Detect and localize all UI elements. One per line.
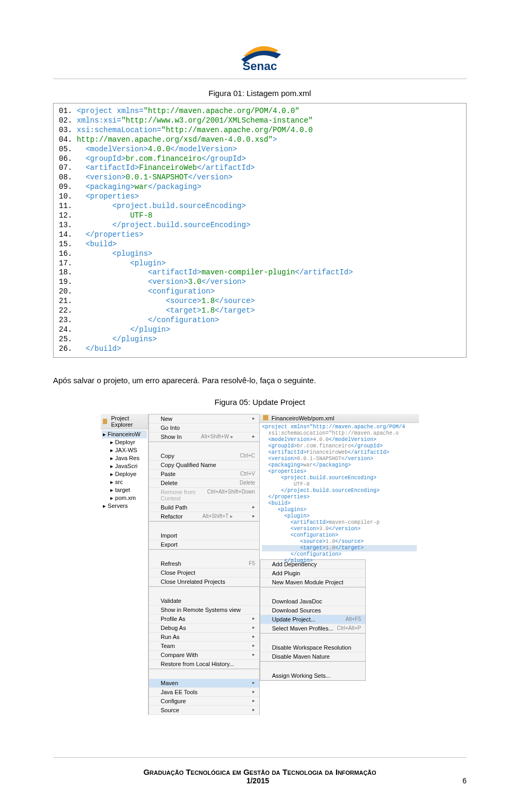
- tree-item[interactable]: ▸ Deployr: [102, 438, 147, 446]
- tab-icon: [103, 419, 107, 424]
- menu-item[interactable]: Source: [149, 706, 259, 715]
- project-explorer-tab[interactable]: Project Explorer: [101, 414, 148, 429]
- footer-page: 6: [462, 776, 467, 785]
- menu-item[interactable]: Copy Qualified Name: [149, 461, 259, 470]
- footer-date: 1/2015: [247, 776, 269, 785]
- menu-item[interactable]: Java EE Tools: [149, 688, 259, 697]
- menu-item[interactable]: Go Into: [149, 424, 259, 433]
- menu-item[interactable]: DeleteDelete: [149, 479, 259, 488]
- menu-item[interactable]: RefactorAlt+Shift+T ▸: [149, 512, 259, 521]
- eclipse-ide-screenshot: Project Explorer ▸ FinanceiroW▸ Deployr▸…: [101, 414, 419, 715]
- tree-item[interactable]: ▸ FinanceiroW: [102, 430, 147, 438]
- svg-text:Senac: Senac: [243, 59, 277, 73]
- submenu-item[interactable]: Assign Working Sets...: [260, 671, 365, 680]
- menu-item[interactable]: Profile As: [149, 615, 259, 624]
- menu-item[interactable]: RefreshF5: [149, 559, 259, 568]
- submenu-item[interactable]: Download Sources: [260, 606, 365, 615]
- tree-item[interactable]: ▸ src: [102, 478, 147, 486]
- tree-item[interactable]: ▸ target: [102, 486, 147, 494]
- submenu-item[interactable]: Add Plugin: [260, 569, 365, 578]
- menu-item[interactable]: CopyCtrl+C: [149, 452, 259, 461]
- code-listing: 01. <project xmlns="http://maven.apache.…: [53, 103, 467, 358]
- project-explorer: Project Explorer ▸ FinanceiroW▸ Deployr▸…: [101, 414, 148, 715]
- project-tree[interactable]: ▸ FinanceiroW▸ Deployr▸ JAX-WS▸ Java Res…: [101, 429, 148, 511]
- submenu-item[interactable]: Select Maven Profiles...Ctrl+Alt+P: [260, 624, 365, 633]
- submenu-item[interactable]: Disable Workspace Resolution: [260, 643, 365, 652]
- tree-item[interactable]: ▸ Java Res: [102, 454, 147, 462]
- tree-item[interactable]: ▸ pom.xm: [102, 494, 147, 502]
- menu-item[interactable]: Remove from ContextCtrl+Alt+Shift+Down: [149, 488, 259, 503]
- submenu-item[interactable]: New Maven Module Project: [260, 578, 365, 587]
- senac-logo: Senac: [53, 42, 467, 76]
- menu-item[interactable]: Run As: [149, 633, 259, 642]
- tree-item[interactable]: ▸ JavaScri: [102, 462, 147, 470]
- submenu-item[interactable]: Update Project...Alt+F5: [260, 615, 365, 624]
- menu-item[interactable]: Team: [149, 642, 259, 651]
- menu-item[interactable]: New: [149, 414, 259, 424]
- context-menu[interactable]: NewGo IntoShow InAlt+Shift+W ▸CopyCtrl+C…: [148, 414, 260, 715]
- menu-item[interactable]: Build Path: [149, 503, 259, 512]
- menu-item[interactable]: Debug As: [149, 624, 259, 633]
- tree-item[interactable]: ▸ JAX-WS: [102, 446, 147, 454]
- menu-item[interactable]: Maven: [149, 679, 259, 688]
- menu-item[interactable]: Import: [149, 531, 259, 540]
- fig1-title: Figura 01: Listagem pom.xml: [53, 89, 467, 98]
- menu-item[interactable]: Show InAlt+Shift+W ▸: [149, 433, 259, 442]
- body-text: Após salvar o projeto, um erro aparecerá…: [53, 376, 467, 385]
- maven-submenu[interactable]: Add DependencyAdd PluginNew Maven Module…: [260, 559, 366, 681]
- tree-item[interactable]: ▸ Servers: [102, 502, 147, 510]
- menu-item[interactable]: PasteCtrl+V: [149, 470, 259, 479]
- menu-item[interactable]: Restore from Local History...: [149, 660, 259, 669]
- editor-body: <project xmlns="http://maven.apache.org/…: [260, 423, 419, 565]
- menu-item[interactable]: Close Project: [149, 568, 259, 577]
- submenu-item[interactable]: Disable Maven Nature: [260, 652, 365, 661]
- footer-course: Graduação Tecnológica em Gestão da Tecno…: [53, 767, 467, 776]
- menu-item[interactable]: Validate: [149, 597, 259, 606]
- menu-item[interactable]: Configure: [149, 697, 259, 706]
- menu-item[interactable]: Show in Remote Systems view: [149, 606, 259, 615]
- fig5-title: Figura 05: Update Project: [53, 398, 467, 407]
- menu-item[interactable]: Close Unrelated Projects: [149, 577, 259, 586]
- menu-item[interactable]: Compare With: [149, 651, 259, 660]
- file-icon: [263, 415, 268, 420]
- editor-tab[interactable]: FinanceiroWeb/pom.xml: [260, 414, 419, 423]
- menu-item[interactable]: Export: [149, 540, 259, 549]
- tree-item[interactable]: ▸ Deploye: [102, 470, 147, 478]
- submenu-item[interactable]: Download JavaDoc: [260, 597, 365, 606]
